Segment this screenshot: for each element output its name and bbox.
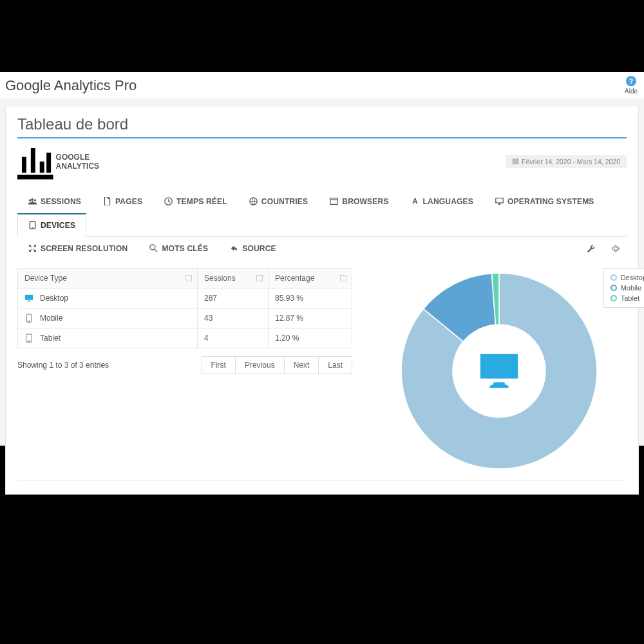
tablet-icon (28, 221, 37, 229)
tab-temps-reel[interactable]: TEMPS RÉEL (153, 190, 238, 213)
help-label: Aide (625, 88, 638, 95)
globe-icon (249, 197, 258, 205)
tab-sessions[interactable]: SESSIONS (17, 190, 92, 213)
legend-dot (611, 285, 617, 291)
desktop-icon (24, 294, 33, 303)
title-rule (17, 137, 627, 138)
dashboard-title: Tableau de bord (17, 115, 627, 133)
tab-languages[interactable]: LANGUAGES (400, 190, 484, 213)
svg-point-5 (32, 227, 33, 228)
legend-item-tablet[interactable]: Tablet (611, 293, 644, 303)
tablet-icon (24, 334, 33, 343)
bottom-rule (17, 480, 627, 481)
chart-column: Desktop Mobile Tablet (372, 268, 627, 474)
sort-icon (256, 275, 263, 281)
clock-icon (164, 197, 173, 205)
table-row[interactable]: Tablet 4 1.20 % (18, 328, 352, 348)
svg-point-6 (150, 245, 155, 250)
help-icon: ? (626, 76, 636, 86)
wrench-icon[interactable] (587, 244, 596, 253)
percentage-cell: 1.20 % (269, 328, 352, 348)
search-icon (149, 244, 158, 252)
tab-screen-resolution[interactable]: SCREEN RESOLUTION (17, 237, 138, 260)
tab-mots-cles[interactable]: MOTS CLÉS (138, 237, 219, 260)
pager: First Previous Next Last (202, 356, 352, 374)
tab-devices[interactable]: DEVICES (17, 213, 86, 237)
window-icon (330, 197, 338, 205)
desktop-icon (495, 197, 504, 205)
tabs-row-2: SCREEN RESOLUTION MOTS CLÉS SOURCE (17, 236, 627, 260)
th-percentage[interactable]: Percentage (269, 268, 352, 288)
sessions-cell: 287 (198, 288, 269, 308)
legend-dot (611, 274, 617, 281)
app-window: Google Analytics Pro ? Aide Tableau de b… (0, 72, 644, 446)
pager-first[interactable]: First (202, 356, 236, 374)
legend-item-mobile[interactable]: Mobile (611, 283, 644, 293)
th-device-type[interactable]: Device Type (18, 268, 198, 288)
tab-label: DEVICES (41, 221, 75, 230)
tabs-row-1: SESSIONS PAGES TEMPS RÉEL COUNTRIES BROW… (17, 190, 627, 237)
donut-center (454, 326, 544, 416)
device-name: Mobile (40, 314, 62, 323)
devices-table: Device Type Sessions Percentage Desktop … (17, 268, 352, 348)
tab-countries[interactable]: COUNTRIES (238, 190, 319, 213)
pager-next[interactable]: Next (284, 356, 319, 374)
chart-legend: Desktop Mobile Tablet (603, 268, 644, 308)
tab-label: PAGES (115, 197, 142, 206)
svg-rect-2 (330, 198, 337, 205)
legend-dot (611, 295, 617, 301)
tab-source[interactable]: SOURCE (219, 237, 287, 260)
tab-label: BROWSERS (342, 197, 388, 206)
percentage-cell: 85.93 % (269, 288, 352, 308)
tab-label: MOTS CLÉS (162, 244, 208, 253)
date-range-text: Février 14, 2020 - Mars 14, 2020 (522, 158, 620, 166)
table-row[interactable]: Mobile 43 12.87 % (18, 308, 352, 328)
device-name: Desktop (40, 294, 68, 303)
svg-point-9 (28, 320, 29, 321)
pager-previous[interactable]: Previous (235, 356, 285, 374)
dashboard-panel: Tableau de bord GOOGLE ANALYTICS Février… (5, 106, 639, 495)
tab-label: OPERATING SYSTEMS (507, 197, 594, 206)
tab-label: COUNTRIES (261, 197, 308, 206)
tab-pages[interactable]: PAGES (92, 190, 153, 213)
table-row[interactable]: Desktop 287 85.93 % (18, 288, 352, 308)
expand-icon (28, 244, 37, 252)
sessions-cell: 43 (198, 308, 269, 328)
date-range-picker[interactable]: Février 14, 2020 - Mars 14, 2020 (506, 155, 627, 168)
svg-point-11 (28, 340, 29, 341)
gear-icon[interactable] (611, 244, 620, 253)
font-icon (411, 197, 419, 205)
content-row: Device Type Sessions Percentage Desktop … (17, 268, 627, 474)
app-title: Google Analytics Pro (5, 77, 137, 94)
tab-label: LANGUAGES (423, 197, 473, 206)
desktop-center-icon (477, 348, 522, 393)
tab-label: TEMPS RÉEL (176, 197, 227, 206)
users-icon (28, 197, 37, 205)
bar-chart-icon (17, 144, 53, 180)
showing-text: Showing 1 to 3 of 3 entries (17, 361, 109, 370)
tab-label: SOURCE (242, 244, 276, 253)
app-header: Google Analytics Pro ? Aide (0, 72, 644, 99)
legend-item-desktop[interactable]: Desktop (611, 272, 644, 283)
donut-chart: Desktop Mobile Tablet (396, 268, 602, 474)
sort-icon (340, 275, 346, 281)
subhead-row: GOOGLE ANALYTICS Février 14, 2020 - Mars… (17, 144, 627, 180)
device-name: Tablet (40, 334, 61, 343)
help-button[interactable]: ? Aide (625, 76, 638, 95)
table-column: Device Type Sessions Percentage Desktop … (17, 268, 352, 374)
file-icon (103, 197, 111, 205)
tab-label: SESSIONS (41, 197, 81, 206)
table-footer: Showing 1 to 3 of 3 entries First Previo… (17, 356, 352, 374)
tab-browsers[interactable]: BROWSERS (319, 190, 399, 213)
svg-rect-7 (25, 294, 33, 299)
percentage-cell: 12.87 % (269, 308, 352, 328)
calendar-icon (512, 158, 519, 165)
svg-rect-3 (496, 198, 503, 203)
tab-operating-systems[interactable]: OPERATING SYSTEMS (484, 190, 605, 213)
sort-icon (185, 275, 192, 281)
section-subhead: GOOGLE ANALYTICS (17, 144, 99, 180)
tab-label: SCREEN RESOLUTION (41, 244, 128, 253)
pager-last[interactable]: Last (318, 356, 352, 374)
mobile-icon (24, 314, 33, 323)
th-sessions[interactable]: Sessions (198, 268, 269, 288)
